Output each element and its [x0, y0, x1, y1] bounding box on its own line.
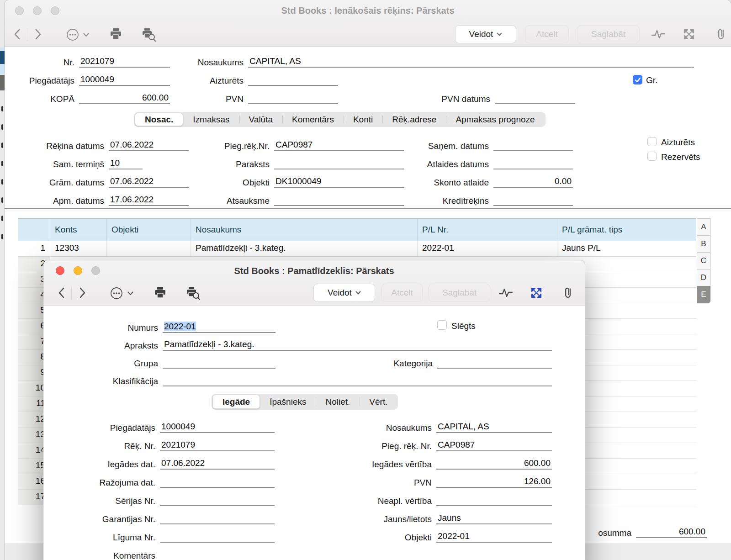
tab-komentars[interactable]: Komentārs: [282, 113, 344, 126]
tab-iegade[interactable]: Iegāde: [212, 395, 260, 409]
forward-button[interactable]: [34, 28, 42, 40]
iegades-vertiba-input[interactable]: 600.00: [436, 458, 552, 470]
rownum-header: [18, 219, 50, 241]
saglabat-button[interactable]: Saglabāt: [429, 284, 490, 302]
serijas-nr-input[interactable]: [160, 505, 275, 506]
selected-text: 2022-01: [164, 322, 196, 331]
saglabat-label: Saglabāt: [591, 29, 625, 39]
gr-label: Gr.: [646, 75, 657, 85]
aizturets-checkbox[interactable]: [647, 137, 657, 146]
tab-apmaksas-prognoze[interactable]: Apmaksas prognoze: [446, 113, 544, 126]
sam-termins-input[interactable]: 10: [109, 158, 143, 169]
gram-datums-input[interactable]: 07.06.2022: [109, 176, 189, 188]
piegadatajs-input[interactable]: 1000049: [79, 74, 170, 86]
pvn-input[interactable]: 126.00: [436, 476, 552, 488]
atsauksme-input[interactable]: [274, 205, 404, 206]
kopa-input[interactable]: 600.00: [79, 93, 170, 104]
chevron-down-icon[interactable]: [83, 33, 89, 37]
tab-valuta[interactable]: Valūta: [239, 113, 282, 126]
side-tab-b[interactable]: B: [697, 235, 710, 253]
veidot-button[interactable]: Veidot: [455, 25, 516, 43]
apraksts-input[interactable]: Pamatlīdzekļi - 3.kateg.: [163, 339, 552, 351]
garantijas-nr-input[interactable]: [160, 523, 275, 524]
pieg-rek-nr-input[interactable]: CAP0987: [436, 440, 552, 451]
cell-nosaukums[interactable]: Pamatlīdzekļi - 3.kateg.: [191, 241, 418, 256]
pvn-datums-label2: PVN datums: [422, 94, 495, 104]
tab-nosac[interactable]: Nosac.: [135, 113, 183, 126]
aizturets-input[interactable]: [248, 85, 338, 86]
rezervets-checkbox[interactable]: [647, 152, 657, 161]
atcelt-label: Atcelt: [391, 288, 413, 298]
nosaukums-input[interactable]: CAPITAL, AS: [248, 56, 694, 68]
atlaides-datums-input[interactable]: [493, 168, 573, 169]
razojuma-dat-input[interactable]: [160, 486, 275, 488]
slegts-checkbox[interactable]: [437, 320, 447, 330]
iegades-dat-input[interactable]: 07.06.2022: [160, 458, 275, 470]
cell-pl-nr[interactable]: 2022-01: [418, 241, 557, 256]
pvn-input[interactable]: [248, 103, 338, 104]
back-button[interactable]: [13, 28, 21, 40]
piegadatajs-input[interactable]: 1000049: [160, 422, 275, 433]
nr-input[interactable]: 2021079: [79, 56, 170, 68]
total-value: 600.00: [636, 527, 707, 538]
cell-pl-tips[interactable]: Jauns P/L: [557, 241, 696, 256]
rezervets-cb-label: Rezervēts: [661, 152, 700, 162]
more-options-button[interactable]: [109, 286, 124, 301]
tab-rek-adrese[interactable]: Rēķ.adrese: [382, 113, 446, 126]
veidot-button[interactable]: Veidot: [313, 284, 375, 302]
back-button[interactable]: [57, 287, 66, 299]
side-tab-e[interactable]: E: [697, 286, 710, 303]
numurs-input[interactable]: 2022-01: [163, 322, 275, 333]
print-button[interactable]: [154, 286, 166, 299]
objekti-input[interactable]: DK1000049: [274, 176, 404, 188]
sanem-datums-input[interactable]: [493, 150, 573, 151]
more-options-button[interactable]: [65, 27, 80, 42]
jauns-lietots-input[interactable]: Jauns: [436, 513, 552, 524]
rekina-datums-input[interactable]: 07.06.2022: [109, 140, 189, 151]
tab-noliet[interactable]: Noliet.: [316, 395, 360, 409]
print-preview-button[interactable]: [186, 286, 201, 300]
gr-checkbox[interactable]: [633, 75, 642, 85]
print-preview-button[interactable]: [142, 28, 156, 42]
tab-ipasnieks[interactable]: Īpašnieks: [260, 395, 316, 409]
expand-button[interactable]: [683, 28, 695, 40]
tab-vert[interactable]: Vērt.: [360, 395, 397, 409]
neapl-vertiba-input[interactable]: [436, 505, 552, 506]
kategorija-input[interactable]: [437, 367, 552, 369]
paraksts-input[interactable]: [274, 168, 404, 169]
row-number[interactable]: 1: [18, 241, 50, 256]
saglabat-button[interactable]: Saglabāt: [577, 25, 640, 43]
grupa-input[interactable]: [163, 367, 275, 369]
side-tab-c[interactable]: C: [697, 252, 710, 269]
expand-button[interactable]: [530, 287, 542, 299]
kreditrekins-input[interactable]: [493, 205, 573, 206]
kopa-label: KOPĀ: [6, 94, 79, 104]
nosaukums-input[interactable]: CAPITAL, AS: [436, 422, 552, 433]
attachments-button[interactable]: [715, 27, 726, 40]
objekti-input[interactable]: 2022-01: [436, 531, 552, 543]
attachments-button[interactable]: [562, 286, 573, 299]
klasifikacija-input[interactable]: [163, 385, 552, 386]
skonto-atlaide-input[interactable]: 0.00: [493, 176, 573, 188]
print-button[interactable]: [110, 28, 122, 40]
atcelt-button[interactable]: Atcelt: [525, 25, 569, 43]
piegadatajs-label: Piegādātājs: [6, 76, 79, 86]
cell-objekti[interactable]: [107, 241, 191, 256]
liguma-nr-input[interactable]: [160, 541, 275, 543]
side-tab-d[interactable]: D: [697, 269, 710, 286]
rek-nr-input[interactable]: 2021079: [160, 440, 275, 451]
activity-button[interactable]: [498, 287, 513, 299]
tab-izmaksas[interactable]: Izmaksas: [183, 113, 239, 126]
side-tab-a[interactable]: A: [697, 218, 710, 236]
pieg-rek-nr-input[interactable]: CAP0987: [274, 140, 404, 151]
iegades-dat-label: Iegādes dat.: [85, 460, 160, 470]
tab-konti[interactable]: Konti: [344, 113, 382, 126]
forward-button[interactable]: [78, 287, 87, 299]
apm-datums-input[interactable]: 17.06.2022: [109, 195, 189, 206]
cell-konts[interactable]: 12303: [50, 241, 107, 256]
table-row[interactable]: 1 12303 Pamatlīdzekļi - 3.kateg. 2022-01…: [18, 241, 696, 257]
pvn-datums-input[interactable]: [495, 103, 575, 104]
atcelt-button[interactable]: Atcelt: [381, 284, 423, 302]
chevron-down-icon[interactable]: [127, 291, 133, 296]
activity-button[interactable]: [651, 28, 666, 40]
